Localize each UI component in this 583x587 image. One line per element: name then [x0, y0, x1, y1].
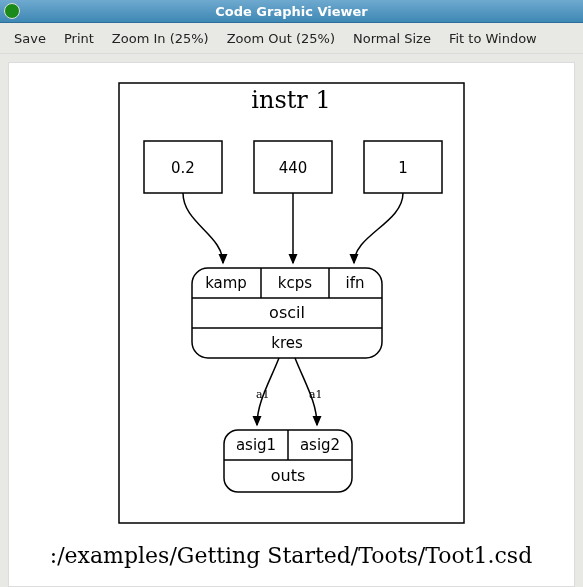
graph-canvas: instr 1 0.2 440 1 kamp kcps [8, 62, 575, 587]
window-title: Code Graphic Viewer [0, 4, 583, 19]
file-path: :/examples/Getting Started/Toots/Toot1.c… [50, 543, 533, 568]
oscil-op: oscil [269, 303, 305, 322]
zoom-in-button[interactable]: Zoom In (25%) [108, 29, 213, 48]
fit-to-window-button[interactable]: Fit to Window [445, 29, 541, 48]
oscil-port-ifn: ifn [346, 274, 365, 292]
edge-label-1: a1 [309, 388, 323, 401]
oscil-port-kcps: kcps [278, 274, 312, 292]
oscil-port-kres: kres [271, 334, 303, 352]
input-label-1: 440 [279, 159, 308, 177]
outs-port-asig2: asig2 [300, 436, 340, 454]
input-label-0: 0.2 [171, 159, 195, 177]
oscil-port-kamp: kamp [205, 274, 247, 292]
app-icon [4, 3, 20, 19]
toolbar: Save Print Zoom In (25%) Zoom Out (25%) … [0, 23, 583, 54]
diagram-title: instr 1 [251, 86, 330, 114]
edge-label-0: a1 [256, 388, 270, 401]
zoom-out-button[interactable]: Zoom Out (25%) [223, 29, 339, 48]
save-button[interactable]: Save [10, 29, 50, 48]
title-bar: Code Graphic Viewer [0, 0, 583, 23]
normal-size-button[interactable]: Normal Size [349, 29, 435, 48]
input-label-2: 1 [398, 159, 408, 177]
oscil-block: kamp kcps ifn oscil kres [192, 268, 382, 358]
outs-block: asig1 asig2 outs [224, 430, 352, 492]
input-box-2: 1 [364, 141, 442, 193]
input-box-0: 0.2 [144, 141, 222, 193]
outs-op: outs [271, 466, 306, 485]
outs-port-asig1: asig1 [236, 436, 276, 454]
print-button[interactable]: Print [60, 29, 98, 48]
diagram-svg: instr 1 0.2 440 1 kamp kcps [9, 63, 574, 586]
input-box-1: 440 [254, 141, 332, 193]
